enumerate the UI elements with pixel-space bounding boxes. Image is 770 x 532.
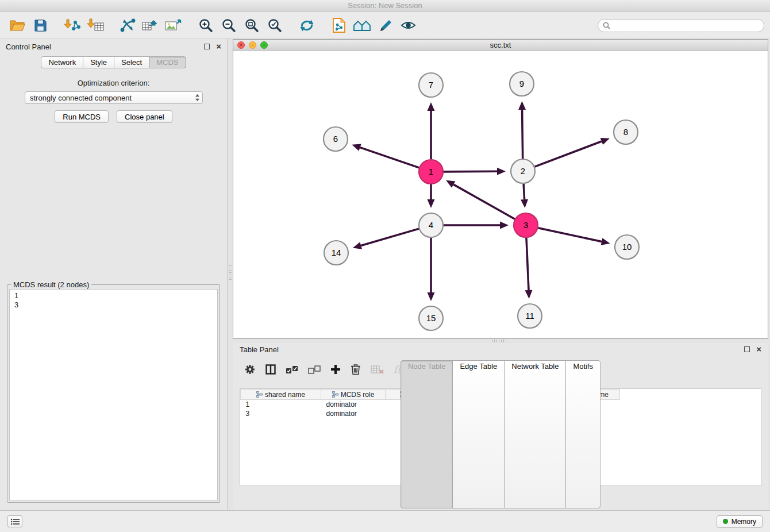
- control-panel-tabs: NetworkStyleSelectMCDS: [0, 56, 227, 68]
- graph-edge-2-3: [523, 184, 524, 199]
- close-panel-icon[interactable]: ×: [216, 43, 221, 50]
- control-panel-header: Control Panel ×: [0, 39, 227, 54]
- nested-networks-button[interactable]: [351, 14, 374, 37]
- graph-edge-arrowhead: [428, 292, 435, 301]
- vertical-splitter-handle[interactable]: [229, 265, 232, 280]
- tab-network-table[interactable]: Network Table: [504, 360, 566, 508]
- zoom-selected-icon: [267, 18, 282, 33]
- graph-edge-arrowhead: [518, 101, 526, 110]
- minimize-window-button[interactable]: −: [249, 41, 256, 49]
- memory-label: Memory: [732, 518, 756, 526]
- mcds-result-box: MCDS result (2 nodes) 13: [7, 284, 220, 503]
- close-window-button[interactable]: ×: [237, 41, 245, 49]
- search-box: [598, 19, 764, 32]
- graph-node-label-6: 6: [333, 134, 338, 144]
- graph-node-label-10: 10: [622, 242, 632, 252]
- close-panel-button[interactable]: Close panel: [117, 110, 172, 123]
- maximize-window-button[interactable]: +: [260, 41, 268, 49]
- show-graphics-details-button[interactable]: [396, 14, 419, 37]
- network-window-titlebar: × − + scc.txt: [233, 40, 768, 51]
- graph-edge-arrowhead: [601, 238, 610, 245]
- import-table-button[interactable]: [84, 14, 107, 37]
- graph-edge-arrowhead: [352, 144, 361, 151]
- graph-edge-arrowhead: [521, 199, 528, 208]
- control-panel: Control Panel × NetworkStyleSelectMCDS O…: [0, 39, 228, 510]
- memory-button[interactable]: Memory: [717, 515, 763, 528]
- criterion-dropdown[interactable]: strongly connected component: [25, 91, 203, 104]
- control-panel-title: Control Panel: [6, 43, 51, 51]
- network-file-button[interactable]: [328, 14, 351, 37]
- tab-select[interactable]: Select: [114, 56, 149, 68]
- dropdown-arrows-icon: [195, 94, 200, 102]
- save-session-button[interactable]: [29, 14, 52, 37]
- open-folder-icon: [9, 18, 25, 32]
- refresh-icon: [299, 18, 315, 33]
- save-disk-icon: [34, 19, 47, 32]
- graph-node-label-2: 2: [521, 166, 525, 176]
- list-icon: [11, 518, 20, 525]
- export-image-button[interactable]: [162, 14, 185, 37]
- graph-edge-arrowhead: [525, 290, 533, 299]
- criterion-value: strongly connected component: [30, 94, 132, 102]
- graph-node-label-1: 1: [429, 167, 433, 176]
- search-icon: [603, 22, 610, 29]
- zoom-in-button[interactable]: [194, 14, 217, 37]
- open-session-button[interactable]: [6, 14, 29, 37]
- window-title: Session: New Session: [348, 1, 422, 10]
- graph-node-label-8: 8: [623, 127, 628, 137]
- graph-edge-3-10: [538, 228, 602, 242]
- zoom-in-icon: [198, 18, 213, 33]
- window-titlebar: Session: New Session: [0, 0, 770, 11]
- graph-edge-3-1: [453, 184, 515, 219]
- network-canvas[interactable]: 7968124314101511: [233, 51, 768, 338]
- import-network-button[interactable]: [61, 14, 84, 37]
- graph-node-label-15: 15: [426, 313, 436, 323]
- mcds-result-line: 1: [14, 291, 213, 300]
- table-panel-header: Table Panel ×: [233, 343, 768, 356]
- main-toolbar: [0, 12, 770, 39]
- mcds-result-list[interactable]: 13: [9, 289, 218, 500]
- run-mcds-button[interactable]: Run MCDS: [55, 110, 109, 123]
- import-table-icon: [87, 18, 104, 33]
- tab-motifs[interactable]: Motifs: [565, 360, 600, 508]
- graph-edge-arrowhead: [500, 222, 509, 229]
- network-window-title: scc.txt: [233, 41, 768, 49]
- graph-edge-3-11: [526, 238, 529, 290]
- search-input[interactable]: [613, 21, 759, 30]
- ui-settings-button[interactable]: [7, 515, 22, 527]
- new-network-icon: [119, 18, 136, 33]
- horizontal-splitter-handle[interactable]: [492, 340, 507, 342]
- graph-edge-2-9: [522, 110, 523, 159]
- zoom-fit-button[interactable]: [240, 14, 263, 37]
- zoom-selected-button[interactable]: [263, 14, 286, 37]
- network-file-icon: [332, 18, 346, 33]
- tab-style[interactable]: Style: [83, 56, 114, 68]
- float-panel-icon[interactable]: [204, 44, 210, 49]
- tab-edge-table[interactable]: Edge Table: [452, 360, 505, 508]
- graph-edge-4-14: [361, 229, 419, 245]
- tab-mcds[interactable]: MCDS: [149, 56, 186, 68]
- graph-node-label-3: 3: [523, 220, 528, 230]
- graph-edge-arrowhead: [353, 242, 362, 249]
- graph-edge-2-8: [535, 141, 602, 167]
- refresh-layout-button[interactable]: [295, 14, 318, 37]
- float-table-panel-icon[interactable]: [744, 346, 750, 352]
- zoom-fit-icon: [244, 18, 259, 33]
- mcds-result-line: 3: [14, 300, 213, 310]
- apply-style-button[interactable]: [374, 14, 396, 37]
- tab-node-table[interactable]: Node Table: [401, 360, 453, 508]
- table-panel-tabs: Node TableEdge TableNetwork TableMotifs: [233, 360, 768, 508]
- zoom-out-icon: [221, 18, 236, 33]
- new-network-button[interactable]: [116, 14, 139, 37]
- tab-network[interactable]: Network: [41, 56, 83, 68]
- mcds-result-title: MCDS result (2 nodes): [11, 280, 91, 289]
- export-image-icon: [165, 18, 182, 33]
- close-table-panel-icon[interactable]: ×: [756, 346, 761, 353]
- graph-edge-arrowhead: [497, 168, 506, 175]
- graph-node-label-14: 14: [332, 248, 341, 257]
- zoom-out-button[interactable]: [217, 14, 240, 37]
- graph-edge-arrowhead: [600, 138, 610, 145]
- graph-node-label-4: 4: [429, 220, 433, 230]
- network-view-window: × − + scc.txt 7968124314101511: [233, 39, 768, 339]
- export-table-button[interactable]: [139, 14, 162, 37]
